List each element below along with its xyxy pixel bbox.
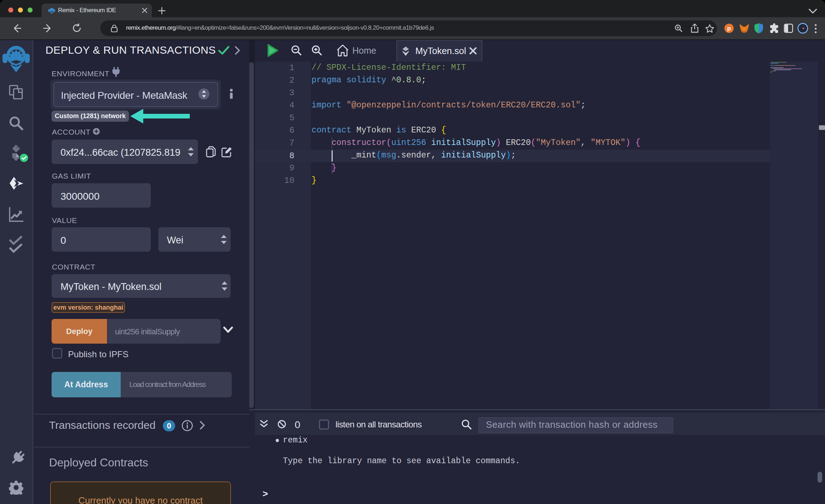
svg-text:p: p xyxy=(727,25,731,32)
